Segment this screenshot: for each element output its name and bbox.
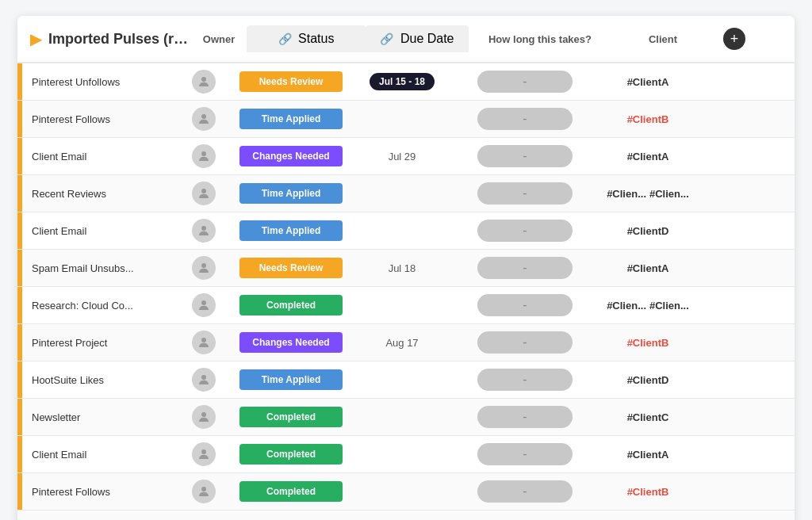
board-title: Imported Pulses (ro... bbox=[48, 31, 191, 48]
cell-owner bbox=[176, 250, 232, 286]
cell-duedate: Aug 17 bbox=[350, 331, 454, 355]
status-link-icon: 🔗 bbox=[278, 32, 292, 45]
avatar bbox=[192, 144, 216, 168]
table-row: Client EmailChanges NeededJul 29-#Client… bbox=[17, 138, 795, 175]
duedate-link-icon: 🔗 bbox=[380, 32, 393, 45]
cell-status[interactable]: Time Applied bbox=[232, 104, 350, 134]
owner-col-header: Owner bbox=[191, 33, 247, 45]
cell-status[interactable]: Changes Needed bbox=[232, 327, 350, 358]
cell-task-name: Client Email bbox=[22, 144, 176, 169]
cell-status[interactable]: Completed bbox=[232, 476, 350, 507]
client-tag: #ClientB bbox=[627, 113, 669, 125]
cell-client: #ClientD bbox=[596, 219, 699, 243]
cell-owner bbox=[176, 473, 232, 510]
svg-point-4 bbox=[201, 226, 206, 231]
cell-client: #ClientA bbox=[596, 70, 699, 94]
cell-task-name: Recent Reviews bbox=[22, 182, 176, 206]
create-row[interactable]: + Create a New Pulse (Row) bbox=[17, 510, 795, 520]
cell-owner bbox=[176, 175, 232, 212]
add-column-button[interactable]: + bbox=[723, 28, 745, 50]
cell-status[interactable]: Completed bbox=[232, 439, 350, 469]
cell-howlong: - bbox=[454, 64, 596, 99]
cell-howlong: - bbox=[454, 176, 596, 211]
avatar bbox=[192, 480, 216, 503]
cell-task-name: Pinterest Follows bbox=[22, 480, 176, 504]
cell-howlong: - bbox=[454, 139, 596, 174]
cell-duedate bbox=[350, 187, 454, 200]
client-tag: #ClientD bbox=[627, 225, 669, 237]
howlong-bar: - bbox=[477, 480, 573, 503]
avatar bbox=[192, 219, 216, 243]
cell-owner bbox=[176, 63, 232, 100]
table-row: Client EmailCompleted-#ClientA bbox=[17, 436, 795, 473]
client-tag: #Clien... bbox=[649, 188, 689, 200]
svg-point-7 bbox=[201, 338, 206, 342]
cell-status[interactable]: Time Applied bbox=[232, 178, 350, 208]
cell-client: #ClientA bbox=[596, 144, 699, 169]
status-col-header: 🔗 Status bbox=[247, 25, 366, 52]
cell-client: #Clien...#Clien... bbox=[596, 293, 699, 318]
table-row: Client EmailTime Applied-#ClientD bbox=[17, 212, 795, 250]
cell-owner bbox=[176, 287, 232, 323]
cell-owner bbox=[176, 212, 232, 249]
howlong-bar: - bbox=[477, 331, 573, 354]
howlong-bar: - bbox=[477, 257, 573, 279]
cell-duedate bbox=[350, 411, 454, 423]
cell-howlong: - bbox=[454, 288, 596, 323]
status-badge[interactable]: Time Applied bbox=[239, 220, 343, 241]
cell-status[interactable]: Time Applied bbox=[232, 216, 350, 246]
status-badge[interactable]: Needs Review bbox=[239, 71, 343, 92]
table-row: Pinterest FollowsTime Applied-#ClientB bbox=[17, 101, 795, 138]
status-badge[interactable]: Time Applied bbox=[239, 183, 343, 204]
status-badge[interactable]: Completed bbox=[239, 407, 343, 427]
cell-status[interactable]: Changes Needed bbox=[232, 141, 350, 171]
status-badge[interactable]: Time Applied bbox=[239, 109, 343, 129]
cell-duedate bbox=[350, 485, 454, 498]
cell-client: #Clien...#Clien... bbox=[596, 182, 699, 206]
duedate-col-label: Due Date bbox=[400, 32, 454, 45]
cell-task-name: Client Email bbox=[22, 442, 176, 467]
add-col-cell: + bbox=[714, 28, 754, 50]
avatar bbox=[192, 331, 216, 354]
cell-task-name: Newsletter bbox=[22, 405, 176, 430]
cell-status[interactable]: Completed bbox=[232, 290, 350, 320]
status-badge[interactable]: Completed bbox=[239, 481, 343, 502]
cell-owner bbox=[176, 101, 232, 137]
cell-owner bbox=[176, 324, 232, 361]
client-tag: #Clien... bbox=[649, 300, 689, 312]
cell-status[interactable]: Needs Review bbox=[232, 67, 350, 97]
client-tag: #Clien... bbox=[607, 188, 646, 200]
cell-status[interactable]: Time Applied bbox=[232, 365, 350, 395]
expand-icon[interactable]: ▶ bbox=[30, 29, 42, 48]
status-badge[interactable]: Completed bbox=[239, 295, 343, 315]
cell-howlong: - bbox=[454, 362, 596, 397]
cell-howlong: - bbox=[454, 474, 596, 509]
cell-status[interactable]: Needs Review bbox=[232, 253, 350, 283]
cell-howlong: - bbox=[454, 101, 596, 136]
cell-client: #ClientC bbox=[596, 405, 699, 430]
client-multi: #Clien...#Clien... bbox=[603, 188, 693, 200]
cell-status[interactable]: Completed bbox=[232, 402, 350, 432]
status-badge[interactable]: Completed bbox=[239, 444, 343, 465]
client-multi: #Clien...#Clien... bbox=[603, 300, 693, 312]
table-row: Spam Email Unsubs...Needs ReviewJul 18-#… bbox=[17, 250, 795, 287]
client-col-header: Client bbox=[611, 33, 714, 45]
svg-point-1 bbox=[201, 114, 206, 119]
status-badge[interactable]: Needs Review bbox=[239, 258, 343, 278]
cell-howlong: - bbox=[454, 250, 596, 285]
client-tag: #ClientA bbox=[627, 449, 669, 461]
cell-task-name: Research: Cloud Co... bbox=[22, 293, 176, 318]
cell-task-name: HootSuite Likes bbox=[22, 368, 176, 392]
client-tag: #Clien... bbox=[607, 300, 646, 312]
avatar bbox=[192, 182, 216, 205]
avatar bbox=[192, 107, 216, 131]
svg-point-6 bbox=[201, 300, 206, 305]
cell-duedate bbox=[350, 224, 454, 237]
status-badge[interactable]: Changes Needed bbox=[239, 332, 343, 353]
cell-duedate bbox=[350, 448, 454, 461]
status-badge[interactable]: Changes Needed bbox=[239, 146, 343, 166]
cell-duedate: Jul 29 bbox=[350, 144, 454, 169]
avatar bbox=[192, 368, 216, 392]
svg-point-0 bbox=[201, 77, 206, 82]
status-badge[interactable]: Time Applied bbox=[239, 369, 343, 390]
